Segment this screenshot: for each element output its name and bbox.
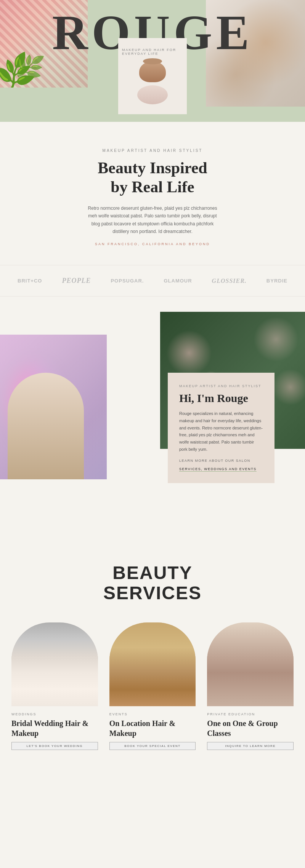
service-card-events: EVENTS On Location Hair & Makeup BOOK YO… xyxy=(109,622,196,750)
service-name-education: One on One & Group Classes xyxy=(207,718,294,738)
about-location: SAN FRANCISCO, CALIFORNIA AND BEYOND xyxy=(15,242,290,246)
press-logo-glossier: Glossier. xyxy=(212,278,247,284)
press-logo-britco: BRIT+CO xyxy=(18,278,42,284)
service-image-wedding xyxy=(11,622,98,706)
services-title: BEAUTY SERVICES xyxy=(11,563,294,603)
rouge-eyebrow: MAKEUP ARTIST AND HAIR STYLIST xyxy=(179,384,263,388)
hero-center-subtitle: MAKEUP AND HAIR FOR EVERYDAY LIFE xyxy=(122,48,183,56)
service-category-wedding: WEDDINGS xyxy=(11,712,98,716)
services-grid: WEDDINGS Bridal Wedding Hair & Makeup LE… xyxy=(11,622,294,750)
makeup-jar-2 xyxy=(137,85,168,104)
about-section: MAKEUP ARTIST AND HAIR STYLIST Beauty In… xyxy=(0,122,305,265)
service-cta-events[interactable]: BOOK YOUR SPECIAL EVENT xyxy=(109,742,196,750)
services-section: BEAUTY SERVICES WEDDINGS Bridal Wedding … xyxy=(0,533,305,773)
service-cta-education[interactable]: INQUIRE TO LEARN MORE xyxy=(207,742,294,750)
rouge-title: Hi, I'm Rouge xyxy=(179,392,263,405)
about-title-line1: Beauty Inspired xyxy=(98,159,207,177)
service-image-events xyxy=(109,622,196,706)
rouge-text-card: MAKEUP ARTIST AND HAIR STYLIST Hi, I'm R… xyxy=(168,373,274,483)
press-logo-people: People xyxy=(62,277,91,285)
rouge-link-cta[interactable]: SERVICES, WEDDINGS AND EVENTS xyxy=(179,467,257,471)
press-logo-byrdie: BYRDIE xyxy=(266,278,287,284)
services-title-line1: BEAUTY xyxy=(112,563,192,583)
press-logo-glamour: GLAMOUR xyxy=(164,278,192,284)
makeup-jar-1 xyxy=(139,61,166,82)
rouge-person-photo xyxy=(8,357,84,479)
rouge-body: Rouge specializes in natural, enhancing … xyxy=(179,410,263,453)
about-eyebrow: MAKEUP ARTIST AND HAIR STYLIST xyxy=(15,148,290,153)
about-description: Retro normcore deserunt gluten-free, pla… xyxy=(88,204,217,236)
service-image-education xyxy=(207,622,294,706)
hero-product-center: MAKEUP AND HAIR FOR EVERYDAY LIFE xyxy=(118,38,187,114)
press-section: BRIT+CO People POPSUGAR. GLAMOUR Glossie… xyxy=(0,265,305,297)
service-name-events: On Location Hair & Makeup xyxy=(109,718,196,738)
service-category-events: EVENTS xyxy=(109,712,196,716)
services-title-line2: SERVICES xyxy=(103,583,202,603)
service-card-education: PRIVATE EDUCATION One on One & Group Cla… xyxy=(207,622,294,750)
service-card-wedding: WEDDINGS Bridal Wedding Hair & Makeup LE… xyxy=(11,622,98,750)
service-name-wedding: Bridal Wedding Hair & Makeup xyxy=(11,718,98,738)
rouge-photo-background xyxy=(0,335,107,479)
about-title-line2: by Real Life xyxy=(111,178,194,196)
press-logo-popsugar: POPSUGAR. xyxy=(111,278,144,284)
rouge-link-label: LEARN MORE ABOUT OUR SALON xyxy=(179,459,263,463)
service-cta-wedding[interactable]: LET'S BOOK YOUR WEDDING xyxy=(11,742,98,750)
service-category-education: PRIVATE EDUCATION xyxy=(207,712,294,716)
hero-section: ROUGE MAKEUP AND HAIR FOR EVERYDAY LIFE xyxy=(0,0,305,122)
about-title: Beauty Inspired by Real Life xyxy=(15,158,290,197)
rouge-intro-section: MAKEUP ARTIST AND HAIR STYLIST Hi, I'm R… xyxy=(0,312,305,533)
